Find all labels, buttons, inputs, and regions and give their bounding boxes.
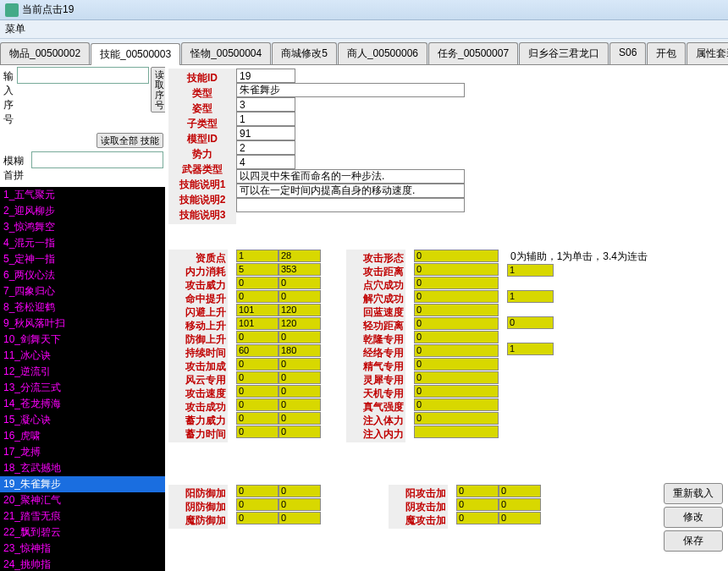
stat-field[interactable]: 0 (279, 385, 321, 398)
tab[interactable]: 任务_00500007 (428, 42, 518, 64)
tab[interactable]: 商人_00500006 (338, 42, 427, 64)
stat-field[interactable] (414, 426, 499, 438)
field-weapon[interactable] (236, 155, 295, 169)
stat-field[interactable]: 0 (279, 512, 321, 524)
list-item[interactable]: 22_飘到碧云 (0, 524, 165, 541)
read-all-button[interactable]: 读取全部 技能 (97, 133, 163, 148)
stat-field[interactable]: 101 (236, 317, 279, 330)
save-button[interactable]: 保存 (664, 530, 723, 552)
modify-button[interactable]: 修改 (664, 507, 723, 528)
stat-field[interactable]: 1 (507, 290, 554, 303)
stat-field[interactable]: 0 (236, 277, 279, 289)
stat-field[interactable]: 0 (279, 358, 321, 371)
list-item[interactable]: 24_挑帅指 (0, 557, 165, 571)
stat-field[interactable]: 0 (279, 485, 321, 497)
list-item[interactable]: 5_定神一指 (0, 251, 165, 267)
stat-field[interactable]: 1 (236, 250, 279, 262)
stat-field[interactable]: 0 (507, 316, 554, 329)
stat-field[interactable]: 0 (414, 290, 499, 303)
stat-field[interactable]: 5 (236, 263, 279, 276)
stat-field[interactable]: 1 (507, 343, 554, 355)
stat-field[interactable]: 0 (414, 371, 499, 384)
input-id[interactable] (17, 67, 149, 84)
stat-field[interactable]: 0 (236, 290, 279, 303)
list-item[interactable]: 3_惊鸿舞空 (0, 219, 165, 235)
list-item[interactable]: 21_踏雪无痕 (0, 508, 165, 524)
stat-field[interactable]: 120 (279, 304, 321, 316)
field-name[interactable] (236, 83, 465, 97)
stat-field[interactable]: 0 (414, 277, 499, 289)
field-desc1[interactable] (236, 169, 465, 184)
list-item[interactable]: 23_惊神指 (0, 541, 165, 557)
stat-field[interactable]: 0 (279, 498, 321, 511)
tab[interactable]: 归乡谷三君龙口 (519, 42, 609, 64)
stat-field[interactable]: 0 (279, 412, 321, 425)
stat-field[interactable]: 0 (414, 317, 499, 330)
field-desc2[interactable] (236, 184, 465, 198)
field-id[interactable] (236, 69, 295, 83)
skill-list[interactable]: 1_五气聚元2_迎风柳步3_惊鸿舞空4_混元一指5_定神一指6_两仪心法7_四象… (0, 187, 165, 571)
list-item[interactable]: 14_苍龙搏海 (0, 396, 165, 412)
stat-field[interactable]: 0 (279, 426, 321, 438)
stat-field[interactable]: 0 (456, 485, 499, 497)
stat-field[interactable]: 0 (236, 358, 279, 371)
list-item[interactable]: 9_秋风落叶扫 (0, 316, 165, 332)
stat-field[interactable]: 0 (414, 412, 499, 425)
stat-field[interactable]: 180 (279, 344, 321, 357)
stat-field[interactable]: 0 (499, 512, 541, 524)
field-desc3[interactable] (236, 198, 465, 212)
stat-field[interactable]: 0 (279, 331, 321, 343)
stat-field[interactable]: 0 (236, 331, 279, 343)
stat-field[interactable]: 0 (236, 371, 279, 384)
list-item[interactable]: 11_冰心诀 (0, 348, 165, 364)
list-item[interactable]: 2_迎风柳步 (0, 203, 165, 219)
stat-field[interactable]: 60 (236, 344, 279, 357)
stat-field[interactable]: 0 (279, 398, 321, 411)
filter-input[interactable] (31, 151, 163, 168)
list-item[interactable]: 17_龙搏 (0, 444, 165, 460)
stat-field[interactable]: 0 (499, 485, 541, 497)
field-subtype[interactable] (236, 112, 295, 126)
list-item[interactable]: 19_朱雀舞步 (0, 476, 165, 492)
tab[interactable]: S06 (609, 42, 646, 64)
stat-field[interactable]: 0 (414, 304, 499, 316)
stat-field[interactable]: 0 (279, 277, 321, 289)
field-type[interactable] (236, 97, 295, 112)
list-item[interactable]: 13_分流三式 (0, 380, 165, 396)
list-item[interactable]: 15_凝心诀 (0, 412, 165, 428)
stat-field[interactable]: 0 (414, 358, 499, 371)
stat-field[interactable]: 101 (236, 304, 279, 316)
tab[interactable]: 商城修改5 (272, 42, 337, 64)
list-item[interactable]: 10_剑舞天下 (0, 332, 165, 348)
stat-field[interactable]: 0 (499, 498, 541, 511)
stat-field[interactable]: 0 (414, 331, 499, 343)
stat-field[interactable]: 0 (236, 412, 279, 425)
stat-field[interactable]: 353 (279, 263, 321, 276)
stat-field[interactable]: 0 (456, 498, 499, 511)
stat-field[interactable]: 0 (414, 398, 499, 411)
list-item[interactable]: 20_聚神汇气 (0, 492, 165, 508)
stat-field[interactable]: 28 (279, 250, 321, 262)
stat-field[interactable]: 0 (279, 371, 321, 384)
list-item[interactable]: 12_逆流引 (0, 364, 165, 380)
list-item[interactable]: 18_玄武撼地 (0, 460, 165, 476)
stat-field[interactable]: 0 (414, 250, 499, 262)
stat-field[interactable]: 0 (279, 290, 321, 303)
list-item[interactable]: 4_混元一指 (0, 235, 165, 251)
stat-field[interactable]: 0 (236, 498, 279, 511)
tab[interactable]: 物品_00500002 (0, 42, 90, 64)
stat-field[interactable]: 0 (236, 398, 279, 411)
list-item[interactable]: 6_两仪心法 (0, 267, 165, 283)
list-item[interactable]: 7_四象归心 (0, 283, 165, 299)
tab[interactable]: 属性套装系列 (687, 42, 728, 64)
stat-field[interactable]: 0 (414, 385, 499, 398)
list-item[interactable]: 16_虎啸 (0, 428, 165, 444)
stat-field[interactable]: 0 (236, 385, 279, 398)
menu-item[interactable]: 菜单 (5, 23, 25, 35)
field-model[interactable] (236, 126, 295, 140)
stat-field[interactable]: 0 (414, 263, 499, 276)
list-item[interactable]: 8_苍松迎鹤 (0, 299, 165, 316)
stat-field[interactable]: 0 (414, 344, 499, 357)
field-force[interactable] (236, 140, 295, 155)
stat-field[interactable]: 0 (456, 512, 499, 524)
